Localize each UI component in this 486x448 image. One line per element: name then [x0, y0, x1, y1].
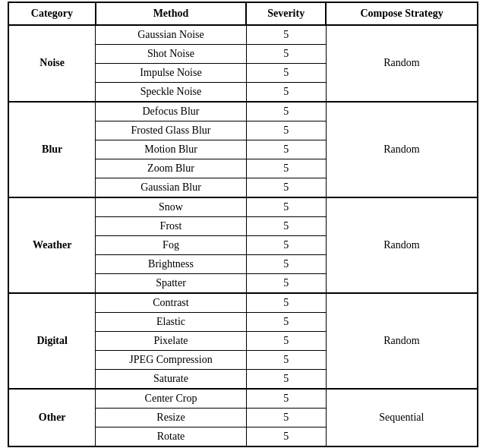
method-cell: Gaussian Noise	[96, 25, 246, 45]
strategy-blur: Random	[326, 102, 478, 197]
severity-cell: 5	[246, 63, 326, 82]
severity-cell: 5	[246, 82, 326, 102]
category-other: Other	[8, 389, 96, 446]
header-category: Category	[8, 2, 96, 25]
severity-cell: 5	[246, 369, 326, 389]
category-digital: Digital	[8, 293, 96, 389]
severity-cell: 5	[246, 235, 326, 254]
method-cell: Elastic	[96, 312, 246, 331]
severity-cell: 5	[246, 140, 326, 159]
severity-cell: 5	[246, 331, 326, 350]
method-cell: Frosted Glass Blur	[96, 121, 246, 140]
method-cell: Rotate	[96, 427, 246, 446]
severity-cell: 5	[246, 350, 326, 369]
method-cell: Saturate	[96, 369, 246, 389]
category-noise: Noise	[8, 25, 96, 102]
severity-cell: 5	[246, 197, 326, 217]
method-cell: Zoom Blur	[96, 159, 246, 178]
method-cell: Gaussian Blur	[96, 178, 246, 197]
method-cell: Pixelate	[96, 331, 246, 350]
method-cell: Speckle Noise	[96, 82, 246, 102]
method-cell: Frost	[96, 216, 246, 235]
severity-cell: 5	[246, 178, 326, 197]
severity-cell: 5	[246, 427, 326, 446]
severity-cell: 5	[246, 273, 326, 293]
severity-cell: 5	[246, 254, 326, 273]
method-cell: Center Crop	[96, 389, 246, 409]
strategy-noise: Random	[326, 25, 478, 102]
severity-cell: 5	[246, 159, 326, 178]
table-row: DigitalContrast5Random	[8, 293, 478, 313]
severity-cell: 5	[246, 25, 326, 45]
method-cell: Defocus Blur	[96, 102, 246, 121]
table-row: NoiseGaussian Noise5Random	[8, 25, 478, 45]
header-row: Category Method Severity Compose Strateg…	[8, 2, 478, 25]
strategy-other: Sequential	[326, 389, 478, 446]
table-row: BlurDefocus Blur5Random	[8, 102, 478, 121]
method-cell: JPEG Compression	[96, 350, 246, 369]
method-cell: Contrast	[96, 293, 246, 313]
method-cell: Spatter	[96, 273, 246, 293]
method-cell: Snow	[96, 197, 246, 217]
header-severity: Severity	[246, 2, 326, 25]
severity-cell: 5	[246, 312, 326, 331]
method-cell: Fog	[96, 235, 246, 254]
method-cell: Brightness	[96, 254, 246, 273]
header-method: Method	[96, 2, 246, 25]
severity-cell: 5	[246, 121, 326, 140]
severity-cell: 5	[246, 216, 326, 235]
category-weather: Weather	[8, 197, 96, 293]
data-table: Category Method Severity Compose Strateg…	[8, 2, 478, 447]
severity-cell: 5	[246, 44, 326, 63]
severity-cell: 5	[246, 102, 326, 121]
method-cell: Motion Blur	[96, 140, 246, 159]
method-cell: Shot Noise	[96, 44, 246, 63]
method-cell: Impulse Noise	[96, 63, 246, 82]
severity-cell: 5	[246, 408, 326, 427]
header-strategy: Compose Strategy	[326, 2, 478, 25]
strategy-digital: Random	[326, 293, 478, 389]
table-container: Category Method Severity Compose Strateg…	[8, 2, 478, 447]
method-cell: Resize	[96, 408, 246, 427]
category-blur: Blur	[8, 102, 96, 197]
table-row: WeatherSnow5Random	[8, 197, 478, 217]
severity-cell: 5	[246, 293, 326, 313]
table-row: OtherCenter Crop5Sequential	[8, 389, 478, 409]
strategy-weather: Random	[326, 197, 478, 293]
severity-cell: 5	[246, 389, 326, 409]
